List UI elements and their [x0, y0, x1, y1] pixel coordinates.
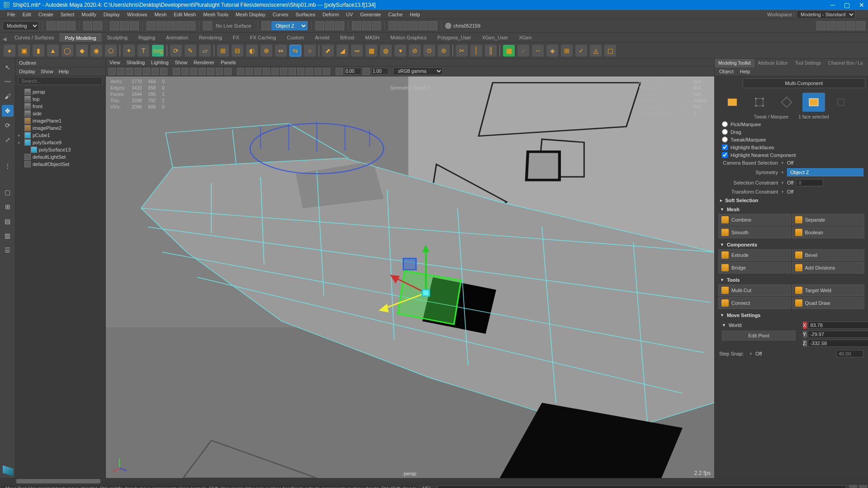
vp-exposure-input[interactable]	[344, 68, 361, 75]
vp-menu-lighting[interactable]: Lighting	[151, 60, 169, 65]
menu-select[interactable]: Select	[57, 12, 78, 17]
bevel-icon[interactable]: ◢	[337, 45, 348, 57]
vp-field-chart-icon[interactable]	[207, 68, 214, 75]
menu-help[interactable]: Help	[406, 12, 424, 17]
menu-create[interactable]: Create	[35, 12, 57, 17]
shelf-gear-icon[interactable]	[860, 34, 867, 41]
shelf-tab-xgen[interactable]: XGen	[513, 33, 537, 42]
move-z-input[interactable]	[808, 340, 868, 347]
vp-gate-mask-icon[interactable]	[199, 68, 206, 75]
outliner-menu-show[interactable]: Show	[41, 69, 53, 74]
outliner-node-imagePlane1[interactable]: imagePlane1	[16, 117, 104, 124]
target-weld-button[interactable]: Target Weld	[792, 284, 865, 296]
vp-2d-pan-icon[interactable]	[152, 68, 159, 75]
outliner-node-defaultObjectSet[interactable]: defaultObjectSet	[16, 161, 104, 168]
smooth-icon[interactable]: ◐	[246, 45, 258, 57]
outliner-menu-display[interactable]: Display	[19, 69, 35, 74]
layout-two-h[interactable]: ▤	[2, 215, 14, 227]
symmetry-toggle[interactable]	[261, 21, 270, 30]
separate-icon[interactable]: ⊟	[232, 45, 243, 57]
minimize-button[interactable]: ─	[830, 1, 835, 9]
outliner-node-polySurface13[interactable]: polySurface13	[16, 146, 104, 153]
slide-edge-icon[interactable]: ↔	[532, 45, 544, 57]
shelf-tab-fx[interactable]: FX	[228, 33, 245, 42]
vp-motion-blur-icon[interactable]	[280, 68, 287, 75]
last-tool[interactable]: ⋮	[2, 160, 14, 172]
sel-mode-vertex[interactable]	[748, 93, 771, 112]
connect-button[interactable]: Connect	[718, 297, 791, 309]
poly-cylinder-icon[interactable]: ▮	[33, 45, 44, 57]
vp-xray-icon[interactable]	[314, 68, 322, 75]
shelf-tab-sculpting[interactable]: Sculpting	[102, 33, 133, 42]
separate-button[interactable]: Separate	[792, 214, 865, 226]
shelf-tab-custom[interactable]: Custom	[281, 33, 309, 42]
make-live-icon[interactable]: ◈	[546, 45, 558, 57]
super-shape-icon[interactable]: ✦	[123, 45, 135, 57]
vp-menu-renderer[interactable]: Renderer	[194, 60, 214, 65]
poly-sphere-icon[interactable]: ●	[4, 45, 15, 57]
outliner-menu-help[interactable]: Help	[59, 69, 69, 74]
vp-shadows-icon[interactable]	[263, 68, 270, 75]
collapse-icon[interactable]: ▾	[394, 45, 406, 57]
open-scene-icon[interactable]	[57, 21, 66, 30]
mtk-menu-help[interactable]: Help	[740, 69, 750, 74]
mirror-icon[interactable]: ⇔	[275, 45, 287, 57]
xform-constraint-dropdown[interactable]: ▼	[781, 190, 784, 194]
new-scene-icon[interactable]	[47, 21, 56, 30]
menu-file[interactable]: File	[4, 12, 19, 17]
tab-modeling-toolkit[interactable]: Modeling Toolkit	[715, 59, 754, 67]
sel-mode-edge[interactable]	[775, 93, 798, 112]
move-y-input[interactable]	[808, 331, 868, 338]
menu-edit[interactable]: Edit	[19, 12, 35, 17]
move-tool[interactable]: ✥	[2, 105, 14, 117]
vp-image-plane-icon[interactable]	[143, 68, 150, 75]
pause-icon[interactable]	[418, 21, 427, 30]
symmetrize-icon[interactable]: ⇆	[289, 45, 301, 57]
shelf-tab-fx-caching[interactable]: FX Caching	[245, 33, 281, 42]
select-tool[interactable]: ↖	[2, 62, 14, 73]
snap-grid-icon[interactable]	[147, 21, 156, 30]
menu-set-select[interactable]: Modeling	[3, 21, 39, 30]
bridge-icon[interactable]: ⫘	[351, 45, 363, 57]
vp-safe-action-icon[interactable]	[216, 68, 223, 75]
shelf-tab-poly-modeling[interactable]: Poly Modeling	[59, 33, 101, 42]
lasso-tool-icon[interactable]	[120, 21, 129, 30]
shelf-tab-rendering[interactable]: Rendering	[194, 33, 228, 42]
shelf-tab-motion-graphics[interactable]: Motion Graphics	[385, 33, 432, 42]
edit-pivot-button[interactable]: Edit Pivot	[722, 331, 796, 341]
vp-use-lights-icon[interactable]	[254, 68, 261, 75]
triangulate-icon[interactable]: ◬	[590, 45, 602, 57]
ipr-render-icon[interactable]	[325, 21, 334, 30]
toggle-panel-2-icon[interactable]	[826, 21, 835, 30]
detach-icon[interactable]: ⊘	[409, 45, 421, 57]
sweep-mesh-icon[interactable]: ⟳	[170, 45, 182, 57]
close-button[interactable]: ✕	[859, 1, 864, 9]
layout-outliner[interactable]: ☰	[2, 244, 14, 256]
target-weld-icon[interactable]: ⊚	[438, 45, 450, 57]
soft-selection-header[interactable]: ▸Soft Selection	[717, 196, 865, 205]
outliner-node-imagePlane2[interactable]: imagePlane2	[16, 124, 104, 132]
vp-grid-icon[interactable]	[173, 68, 180, 75]
render-icon[interactable]	[315, 21, 324, 30]
components-section-header[interactable]: ▼Components	[717, 240, 865, 249]
render-settings-icon[interactable]	[335, 21, 344, 30]
shelf-scroll-left[interactable]: ◀	[0, 36, 9, 42]
shelf-tab-xgen-user[interactable]: XGen_User	[477, 33, 513, 42]
vp-bookmark-icon[interactable]	[134, 68, 142, 75]
check-highlight-nearest[interactable]	[722, 152, 728, 158]
vp-aa-icon[interactable]	[289, 68, 296, 75]
workspace-select[interactable]: Modeling - Standard*	[797, 10, 855, 19]
multi-cut-button[interactable]: Multi-Cut	[718, 284, 791, 296]
vp-gamma-input[interactable]	[371, 68, 389, 75]
redo-icon[interactable]	[93, 21, 102, 30]
toggle-panel-4-icon[interactable]	[846, 21, 855, 30]
poly-torus-icon[interactable]: ◯	[62, 45, 73, 57]
vp-exposure-icon[interactable]	[336, 68, 343, 75]
menu-mesh-tools[interactable]: Mesh Tools	[199, 12, 232, 17]
symmetry-value-input[interactable]	[787, 168, 863, 176]
add-divisions-icon[interactable]: ▦	[365, 45, 377, 57]
menu-surfaces[interactable]: Surfaces	[292, 12, 319, 17]
smooth-button[interactable]: Smooth	[718, 227, 791, 238]
workspace-options-icon[interactable]	[857, 11, 864, 18]
command-input[interactable]	[437, 485, 846, 488]
